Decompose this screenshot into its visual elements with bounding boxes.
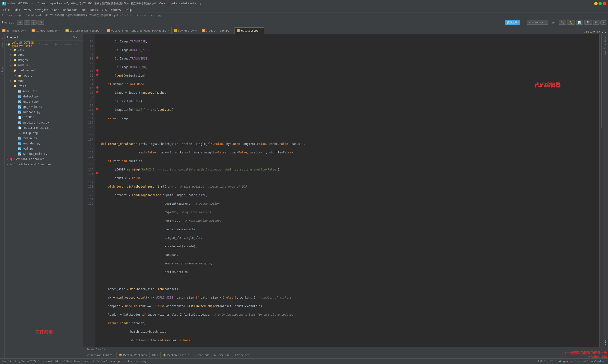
tree-go-train-py[interactable]: Py go_train.py bbox=[5, 104, 83, 110]
tab-predict-func[interactable]: P predict_func.py ✕ bbox=[199, 27, 235, 34]
tab-python-packages[interactable]: 📦 Python Packages bbox=[117, 352, 149, 359]
warning-chevron-up[interactable]: ▲ bbox=[602, 31, 603, 34]
status-localized-msg[interactable]: Localized PyCharm 2022.3 is available //… bbox=[2, 360, 150, 363]
cloud-button[interactable]: 捷径上平 bbox=[505, 20, 520, 25]
tab-uav-det[interactable]: P uav_det.py ✕ bbox=[172, 27, 199, 34]
tree-export-py[interactable]: Py export.py bbox=[5, 99, 83, 104]
tab-window-main[interactable]: P window_main.py ✕ bbox=[29, 27, 63, 34]
debug-button[interactable]: 🐛 bbox=[567, 20, 575, 25]
tab-datasets[interactable]: P datasets.py ✕ bbox=[235, 27, 264, 34]
tab-yolov3-close[interactable]: ✕ bbox=[168, 29, 169, 32]
sync-button[interactable]: ⟳ bbox=[17, 20, 23, 25]
menu-code[interactable]: Code bbox=[51, 8, 61, 12]
tree-license[interactable]: 📄 LICENSE bbox=[5, 115, 83, 120]
tab-problems[interactable]: ⚠ Problems bbox=[192, 352, 212, 359]
search-button[interactable]: 🔍 bbox=[584, 20, 592, 25]
tree-uav-det-py[interactable]: Py uav_det.py bbox=[5, 141, 83, 146]
tree-requirements-txt[interactable]: 📄 requirements.txt bbox=[5, 125, 83, 130]
menu-run[interactable]: Run bbox=[79, 8, 88, 12]
collapse-button[interactable]: ↑ bbox=[31, 20, 37, 25]
tree-train-py[interactable]: Py train.py bbox=[5, 136, 83, 141]
structure-strip[interactable]: Structure bbox=[1, 65, 4, 81]
menu-window[interactable]: Window bbox=[109, 8, 123, 12]
tab-datasets-close[interactable]: ✕ bbox=[260, 29, 261, 32]
tab-customformat-close[interactable]: ✕ bbox=[101, 29, 102, 32]
menu-vcs[interactable]: VCS bbox=[100, 8, 109, 12]
tab-version-control[interactable]: ⎇ Version Control bbox=[84, 352, 117, 359]
tree-data[interactable]: ▶ 📁 data bbox=[5, 47, 83, 52]
warning-triangle-count: 23 bbox=[586, 31, 589, 34]
window-controls[interactable] bbox=[594, 2, 606, 5]
export-py-icon: Py bbox=[18, 100, 21, 104]
tree-val-py[interactable]: Py val.py bbox=[5, 146, 83, 151]
tree-images[interactable]: ▶ 📁 images bbox=[5, 57, 83, 63]
tab-predict-func-close[interactable]: ✕ bbox=[231, 29, 232, 32]
menu-tools[interactable]: Tools bbox=[88, 8, 100, 12]
settings-btn2[interactable]: ⚙ bbox=[593, 20, 599, 25]
profile-button[interactable]: 📊 bbox=[576, 20, 583, 25]
tab-customformat[interactable]: P customformat_meg.py ✕ bbox=[63, 27, 105, 34]
tree-utils[interactable]: ▼ 📁 utils bbox=[5, 83, 83, 89]
menu-view[interactable]: View bbox=[22, 8, 33, 12]
python-packages-icon: 📦 bbox=[119, 353, 122, 357]
menu-refactor[interactable]: Refactor bbox=[61, 8, 79, 12]
flatten-button[interactable]: ≡ bbox=[24, 20, 30, 25]
tree-arial-ttf[interactable]: 🔤 Arial.ttf bbox=[5, 89, 83, 94]
settings-button[interactable]: ⚙ bbox=[38, 20, 44, 25]
tree-record[interactable]: ▶ 📁 record bbox=[5, 73, 83, 78]
status-right: 150:1 UTF-8 4 spaces E:\conda\envs\yolov… bbox=[538, 360, 606, 363]
tree-predict-func-py[interactable]: Py predict_func.py bbox=[5, 120, 83, 125]
line-numbers: 83 84 85 86 87 88 89 90 91 92 93 94 95 9… bbox=[83, 34, 95, 347]
sidebar-sync-btn[interactable]: ⟳ bbox=[73, 36, 75, 39]
close-button[interactable] bbox=[603, 2, 606, 5]
tree-root[interactable]: ▼ 📁 yolov5-CCTSDB [yolov5-sfid] F:\new_p… bbox=[5, 42, 83, 47]
bookmarks-strip[interactable]: Bookmarks bbox=[1, 35, 4, 51]
tab-services[interactable]: ⚙ Services bbox=[232, 352, 252, 359]
tree-pretrained[interactable]: ▼ 📁 pretrained bbox=[5, 68, 83, 73]
tab-uav-det-close[interactable]: ✕ bbox=[195, 29, 197, 32]
tab-terminal[interactable]: ▶ Terminal bbox=[212, 352, 232, 359]
help-button[interactable]: ? bbox=[600, 20, 606, 25]
tree-setup-cfg[interactable]: ⚙ setup.cfg bbox=[5, 130, 83, 136]
menu-file[interactable]: File bbox=[1, 8, 12, 12]
code-line-113: nw = min([os.cpu_count() // WORLD_SIZE, … bbox=[101, 296, 597, 300]
tree-external-libs[interactable]: ▶ 📚 External Libraries bbox=[5, 156, 83, 162]
tab-window-main-close[interactable]: ✕ bbox=[59, 29, 61, 32]
tree-models[interactable]: ▶ 📁 models bbox=[5, 63, 83, 68]
code-view[interactable]: 83 84 85 86 87 88 89 90 91 92 93 94 95 9… bbox=[83, 34, 603, 347]
code-line-119: num_workers=0, bbox=[101, 347, 597, 347]
tree-record-arrow: ▶ bbox=[15, 75, 18, 77]
right-scrollbar[interactable] bbox=[599, 34, 603, 347]
tree-detect-py[interactable]: Py detect.py bbox=[5, 94, 83, 99]
warning-triangle-badge[interactable]: ⚠ 23 bbox=[584, 31, 589, 34]
build-button[interactable]: 🔨 bbox=[559, 20, 566, 25]
code-line-97: if rect and shuffle: bbox=[101, 159, 597, 163]
tree-docs-arrow: ▶ bbox=[11, 53, 13, 56]
tab-go-train-close[interactable]: ✕ bbox=[25, 29, 27, 32]
minimize-button[interactable] bbox=[594, 2, 597, 5]
status-position[interactable]: 150:1 bbox=[538, 360, 546, 363]
warning-chevron-down[interactable]: ▼ bbox=[604, 31, 606, 34]
tab-go-train[interactable]: P go_train.py ✕ bbox=[0, 27, 29, 34]
menu-edit[interactable]: Edit bbox=[12, 8, 22, 12]
tree-window-main-py[interactable]: Py window_main.py bbox=[5, 151, 83, 156]
run-button[interactable]: ▶ bbox=[553, 20, 555, 25]
tab-yolov3-shufflenet[interactable]: P yolov3_shufflenet_jungong_backup.py ✕ bbox=[105, 27, 172, 34]
menu-help[interactable]: Help bbox=[123, 8, 134, 12]
menu-navigate[interactable]: Navigate bbox=[33, 8, 51, 12]
tab-todo[interactable]: TODO bbox=[149, 352, 161, 359]
status-env-path[interactable]: E:\conda\envs\yolov5 bbox=[575, 360, 606, 363]
tree-docs[interactable]: ▶ 📁 docs bbox=[5, 52, 83, 57]
tree-hubconf-py[interactable]: Py hubconf.py bbox=[5, 110, 83, 115]
code-content[interactable]: 5: Image.TRANSPOSE, 6: Image.ROTATE_270,… bbox=[99, 34, 599, 347]
tree-scratches[interactable]: ▶ ✏️ Scratches and Consoles bbox=[5, 162, 83, 167]
tree-runs[interactable]: ▶ 📁 runs bbox=[5, 78, 83, 83]
sidebar-close-btn[interactable]: ✕ bbox=[79, 36, 81, 39]
status-encoding[interactable]: UTF-8 bbox=[548, 360, 556, 363]
warning-circle-badge[interactable]: ● 25 bbox=[590, 31, 596, 34]
sidebar-settings-btn[interactable]: ⚙ bbox=[76, 36, 78, 39]
status-indent[interactable]: 4 spaces bbox=[559, 360, 572, 363]
predict-func-py-icon: Py bbox=[18, 121, 21, 124]
tab-python-console[interactable]: 🐍 Python Console bbox=[161, 352, 192, 359]
maximize-button[interactable] bbox=[598, 2, 602, 5]
